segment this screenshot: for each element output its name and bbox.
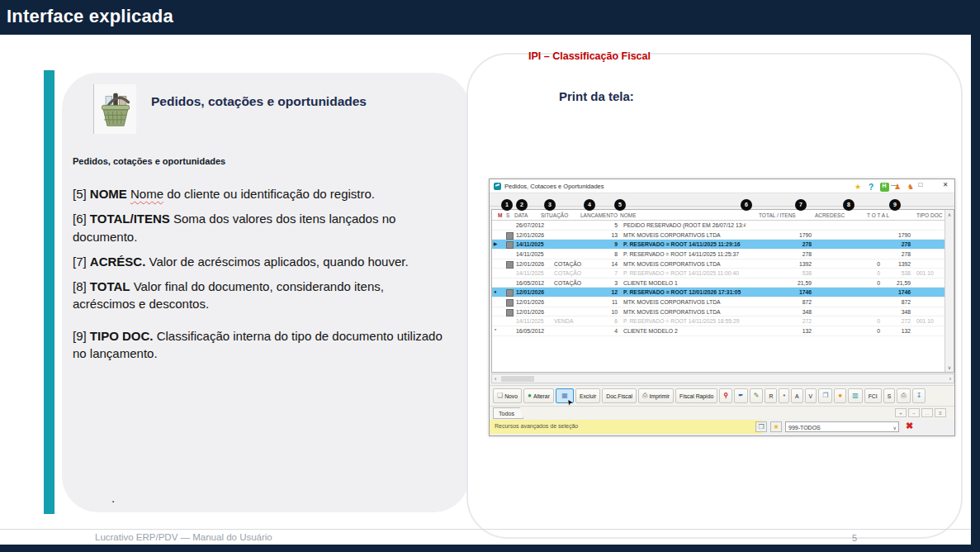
scroll-down-icon[interactable]: ∨ [945,364,954,370]
accent-bar [44,70,54,514]
table-row[interactable]: ▶ 14/11/2025 9 P. RESERVADO = ROOT 14/11… [492,240,944,250]
col-header-data[interactable]: DATA [514,212,528,218]
table-row[interactable]: 12/01/2026 13 MTK MOVEIS CORPORATIVOS LT… [492,231,944,240]
cell-data: 12/01/2026 [514,307,552,317]
cell-m [499,278,505,288]
col-header-lancamento[interactable]: LANCAMENTO [580,212,618,218]
edit-button[interactable]: ● Alterar [523,388,554,403]
grid-view-button[interactable]: ▦ [556,388,574,403]
callout-badge-7: 7 [795,199,807,211]
cell-total: 1746 [882,288,912,297]
cell-total [882,221,912,231]
cell-data: 16/05/2012 [514,278,552,288]
button-label: Fiscal Rapido [679,393,713,399]
horizontal-scrollbar[interactable]: ‹ › [491,374,954,383]
table-row[interactable]: ● 12/01/2026 12 P. RESERVADO = ROOT 12/0… [492,288,944,297]
pager-button[interactable]: ≡ [935,408,946,417]
col-header-total-itens[interactable]: TOTAL / ITENS [759,212,796,218]
table-row[interactable]: 14/11/2025 VENDA 6 P. RESERVADO = ROOT 1… [492,316,944,326]
print-button[interactable]: ⎙ Imprimir [638,388,674,403]
tab-todos[interactable]: Todos [493,407,523,419]
scrollbar-thumb[interactable] [501,376,534,382]
s-button[interactable]: S [883,388,896,403]
field-description-item: [7] ACRÉSC. Valor de acréscimos aplicado… [73,253,446,270]
help-button[interactable]: ? [866,182,876,192]
col-header-tipo-doc[interactable]: TIPO DOC [916,212,942,218]
window-toolbar: ❏ Novo ● Alterar ▦ Ex [490,385,954,406]
printer-icon: ⎙ [642,393,647,399]
user-button[interactable]: ♟ [892,182,902,192]
cell-total: 278 [882,250,912,259]
user2-button[interactable]: ♞ [906,182,916,192]
print2-button[interactable]: ⎙ [897,388,910,403]
selection-dropdown[interactable]: 999-TODOS ∨ [785,421,899,432]
col-header-m[interactable]: M [498,212,502,218]
delete-button[interactable]: Excluir [575,388,600,403]
col-header-acredesc[interactable]: ACREDESC [815,212,845,218]
scroll-right-icon[interactable]: › [949,376,951,382]
cell-situacao: COTAÇÃO [552,278,592,288]
page-title: Interface explicada [7,6,980,27]
scroll-up-icon[interactable]: ∧ [945,212,954,217]
pen-button[interactable]: ✎ [750,388,764,403]
window-tabstrip: Pedidos e Cotacoes [490,193,954,207]
col-header-situacao[interactable]: SITUAÇÃO [541,212,568,218]
table-row[interactable]: 12/01/2026 COTAÇÃO 14 MTK MOVEIS CORPORA… [492,259,944,269]
col-header-s[interactable]: S [506,212,509,218]
h-icon: H [880,183,889,192]
pager-button[interactable]: + [895,408,907,417]
a-button[interactable]: A [791,388,803,403]
picture-icon[interactable]: ❒ [755,421,767,432]
table-row[interactable]: 14/11/2025 COTAÇÃO 7 P. RESERVADO = ROOT… [492,269,944,278]
button-label: R [769,393,773,399]
doc-fiscal-button[interactable]: Doc.Fiscal [602,388,637,403]
table-row[interactable]: 12/01/2026 11 MTK MOVEIS CORPORATIVOS LT… [492,297,944,307]
h-button[interactable]: H [879,182,889,192]
callout-badge-1: 1 [501,199,513,211]
col-header-total[interactable]: T O T A L [867,212,889,218]
row-selector-marker [492,297,499,307]
close-icon[interactable]: ✕ [939,181,952,188]
fci-button[interactable]: FCI [864,388,882,403]
document-button[interactable]: ❐ [818,388,832,403]
cell-tipo-doc [912,288,944,297]
pager-button[interactable]: − [908,408,920,417]
new-button[interactable]: ❏ Novo [493,388,522,403]
export-button[interactable]: ↧ [912,388,926,403]
pager-button[interactable]: … [921,408,933,417]
table-row[interactable]: 14/11/2025 8 P. RESERVADO = ROOT 14/11/2… [492,250,944,259]
cell-total: 272 [882,316,912,326]
row-selector-marker: * [492,326,499,336]
r-button[interactable]: R [765,388,777,403]
ink-button[interactable]: ✒ [734,388,748,403]
star-icon[interactable]: ★ [770,421,782,432]
favorite-button[interactable]: ★ [853,182,863,192]
asterisk-button[interactable]: * [779,388,789,403]
table-row[interactable]: 16/05/2012 COTAÇÃO 3 CLIENTE MODELO 1 21… [492,278,944,288]
alert-button[interactable]: ● [834,388,846,403]
row-selector-marker: ● [492,288,499,297]
table-row[interactable]: * 16/05/2012 4 CLIENTE MODELO 2 132 0 13… [492,326,944,336]
cell-s-flag [505,269,514,278]
chart-button[interactable]: ▥ [848,388,863,403]
orange-ball-icon: ● [838,393,842,399]
field-ref: [7] [73,255,87,269]
table-row[interactable]: 26/07/2012 5 PEDIDO RESERVADO (ROOT EM 2… [492,221,944,231]
cell-nome: P. RESERVADO = ROOT 14/11/2025 18:55:29 [620,316,746,326]
v-button[interactable]: V [805,388,817,403]
cell-total-itens: 278 [746,240,813,250]
cell-s-flag [505,297,514,307]
cell-s-flag [505,316,514,326]
stray-period: . [111,491,115,505]
vertical-scrollbar[interactable]: ∧ ∨ [944,210,954,372]
maximize-icon[interactable]: □ [914,181,927,188]
search-button[interactable]: ⚲ [719,388,732,403]
table-row[interactable]: 12/01/2026 10 MTK MOVEIS CORPORATIVOS LT… [492,307,944,317]
scroll-left-icon[interactable]: ‹ [495,376,496,382]
col-header-nome[interactable]: NOME [620,212,637,218]
bottom-bar [0,545,980,552]
clear-selection-icon[interactable]: ✖ [906,421,913,431]
grid-header-row: M S DATA SITUAÇÃO LANCAMENTO NOME TOTAL … [492,210,954,221]
field-term: ACRÉSC. [90,255,146,269]
fiscal-rapido-button[interactable]: Fiscal Rapido [675,388,717,403]
